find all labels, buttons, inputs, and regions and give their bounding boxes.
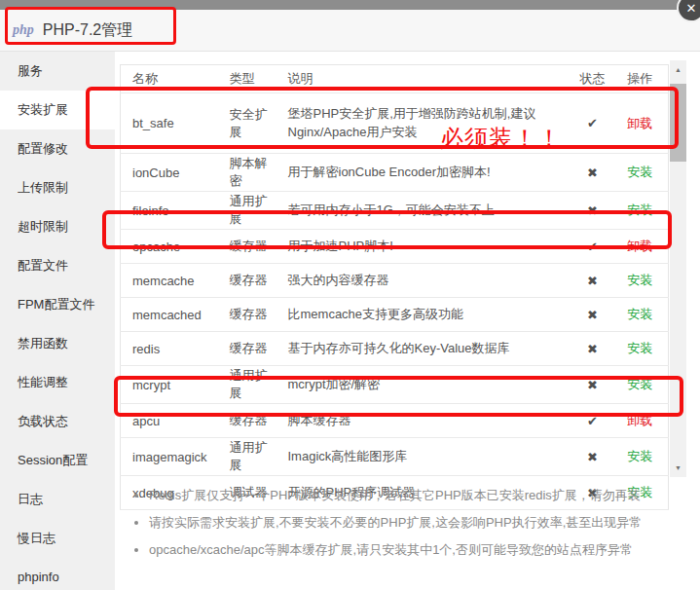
extension-name: fileinfo (121, 192, 218, 230)
sidebar-item-11[interactable]: 日志 (0, 480, 115, 519)
extension-name: imagemagick (121, 438, 218, 476)
extension-description: Imagick高性能图形库 (276, 438, 573, 476)
note-item: Redis扩展仅支持一个PHP版本安装使用，若在其它PHP版本已安装redis扩… (149, 487, 694, 504)
extension-description: 脚本缓存器 (276, 404, 573, 438)
action-cell: 安装 (612, 332, 669, 366)
cross-icon: ✖ (573, 264, 612, 298)
sidebar-item-0[interactable]: 服务 (0, 52, 115, 91)
check-icon: ✔ (573, 230, 612, 264)
sidebar-item-9[interactable]: 负载状态 (0, 402, 115, 441)
cross-icon: ✖ (573, 154, 612, 192)
table-header-row: 名称 类型 说明 状态 操作 (121, 65, 669, 93)
sidebar-item-5[interactable]: 配置文件 (0, 246, 115, 285)
scrollbar[interactable]: ▲ ▼ (670, 60, 686, 477)
extension-description: 基于内存亦可持久化的Key-Value数据库 (276, 332, 573, 366)
action-cell: 安装 (612, 438, 669, 476)
sidebar-item-1[interactable]: 安装扩展 (0, 91, 115, 129)
sidebar-item-4[interactable]: 超时限制 (0, 207, 115, 246)
extension-type: 通用扩展 (218, 192, 276, 230)
action-cell: 安装 (612, 192, 669, 230)
extension-description: 强大的内容缓存器 (276, 264, 573, 298)
extension-type: 通用扩展 (218, 438, 276, 476)
scroll-down-icon[interactable]: ▼ (670, 461, 686, 475)
extension-name: ionCube (121, 154, 218, 192)
install-button[interactable]: 安装 (627, 341, 652, 355)
extension-row-memcached: memcached缓存器比memcache支持更多高级功能✖安装 (121, 298, 669, 332)
extension-description: 若可用内存小于1G，可能会安装不上 (276, 192, 573, 230)
column-header-status: 状态 (573, 65, 612, 93)
window-title: PHP-7.2管理 (43, 20, 132, 41)
uninstall-button[interactable]: 卸载 (627, 413, 652, 427)
extension-description: mcrypt加密/解密 (276, 366, 573, 404)
page-background-strip (0, 0, 700, 10)
action-cell: 安装 (612, 264, 669, 298)
cross-icon: ✖ (573, 438, 612, 476)
extension-row-ionCube: ionCube脚本解密用于解密ionCube Encoder加密脚本!✖安装 (121, 154, 669, 192)
extension-name: bt_safe (121, 93, 218, 154)
extension-description: 堡塔PHP安全扩展,用于增强防跨站机制,建议Nginx/Apache用户安装 (276, 93, 573, 154)
install-button[interactable]: 安装 (627, 165, 652, 179)
extension-row-opcache: opcache缓存器用于加速PHP脚本!✔卸载 (121, 230, 669, 264)
extension-name: redis (121, 332, 218, 366)
column-header-action: 操作 (612, 65, 669, 93)
cross-icon: ✖ (573, 192, 612, 230)
sidebar-item-7[interactable]: 禁用函数 (0, 324, 115, 363)
uninstall-button[interactable]: 卸载 (627, 116, 652, 130)
extensions-table: 名称 类型 说明 状态 操作 bt_safe安全扩展堡塔PHP安全扩展,用于增强… (120, 64, 669, 510)
extension-name: opcache (121, 230, 218, 264)
sidebar-item-8[interactable]: 性能调整 (0, 363, 115, 402)
extension-type: 缓存器 (218, 404, 276, 438)
action-cell: 卸载 (612, 93, 669, 154)
note-item: 请按实际需求安装扩展,不要安装不必要的PHP扩展,这会影响PHP执行效率,甚至出… (149, 514, 694, 532)
extension-description: 用于解密ionCube Encoder加密脚本! (276, 154, 573, 192)
extension-row-memcache: memcache缓存器强大的内容缓存器✖安装 (121, 264, 669, 298)
extension-description: 比memcache支持更多高级功能 (276, 298, 573, 332)
extension-row-apcu: apcu缓存器脚本缓存器✔卸载 (121, 404, 669, 438)
sidebar-item-12[interactable]: 慢日志 (0, 519, 115, 558)
extension-row-mcrypt: mcrypt通用扩展mcrypt加密/解密✖安装 (121, 366, 669, 404)
extension-type: 缓存器 (218, 298, 276, 332)
cross-icon: ✖ (573, 332, 612, 366)
extension-name: mcrypt (121, 366, 218, 404)
sidebar-menu: 服务安装扩展配置修改上传限制超时限制配置文件FPM配置文件禁用函数性能调整负载状… (0, 52, 115, 590)
extension-name: memcached (121, 298, 218, 332)
extension-name: apcu (121, 404, 218, 438)
install-button[interactable]: 安装 (627, 203, 652, 217)
action-cell: 安装 (612, 298, 669, 332)
check-icon: ✔ (573, 93, 612, 154)
extension-row-fileinfo: fileinfo通用扩展若可用内存小于1G，可能会安装不上✖安装 (121, 192, 669, 230)
check-icon: ✔ (573, 404, 612, 438)
sidebar-item-10[interactable]: Session配置 (0, 441, 115, 480)
column-header-desc: 说明 (276, 65, 573, 93)
install-button[interactable]: 安装 (627, 307, 652, 321)
action-cell: 安装 (612, 366, 669, 404)
extension-name: memcache (121, 264, 218, 298)
column-header-name: 名称 (121, 65, 218, 93)
column-header-type: 类型 (218, 65, 276, 93)
dialog-titlebar: php PHP-7.2管理 (0, 10, 700, 52)
sidebar-item-2[interactable]: 配置修改 (0, 129, 115, 168)
action-cell: 卸载 (612, 404, 669, 438)
extension-type: 缓存器 (218, 332, 276, 366)
extension-type: 通用扩展 (218, 366, 276, 404)
extension-type: 脚本解密 (218, 154, 276, 192)
sidebar-item-6[interactable]: FPM配置文件 (0, 285, 115, 324)
install-button[interactable]: 安装 (627, 377, 652, 391)
scrollbar-thumb[interactable] (670, 84, 686, 162)
extension-type: 安全扩展 (218, 93, 276, 154)
extension-type: 缓存器 (218, 264, 276, 298)
extension-type: 缓存器 (218, 230, 276, 264)
install-button[interactable]: 安装 (627, 449, 652, 463)
php-logo-icon: php (13, 22, 34, 38)
uninstall-button[interactable]: 卸载 (627, 239, 652, 253)
scroll-up-icon[interactable]: ▲ (670, 62, 686, 77)
extension-row-bt_safe: bt_safe安全扩展堡塔PHP安全扩展,用于增强防跨站机制,建议Nginx/A… (121, 93, 669, 154)
extension-row-redis: redis缓存器基于内存亦可持久化的Key-Value数据库✖安装 (121, 332, 669, 366)
extension-row-imagemagick: imagemagick通用扩展Imagick高性能图形库✖安装 (121, 438, 669, 476)
install-button[interactable]: 安装 (627, 273, 652, 287)
action-cell: 卸载 (612, 230, 669, 264)
cross-icon: ✖ (573, 298, 612, 332)
action-cell: 安装 (612, 154, 669, 192)
sidebar-item-13[interactable]: phpinfo (0, 558, 115, 590)
sidebar-item-3[interactable]: 上传限制 (0, 168, 115, 207)
